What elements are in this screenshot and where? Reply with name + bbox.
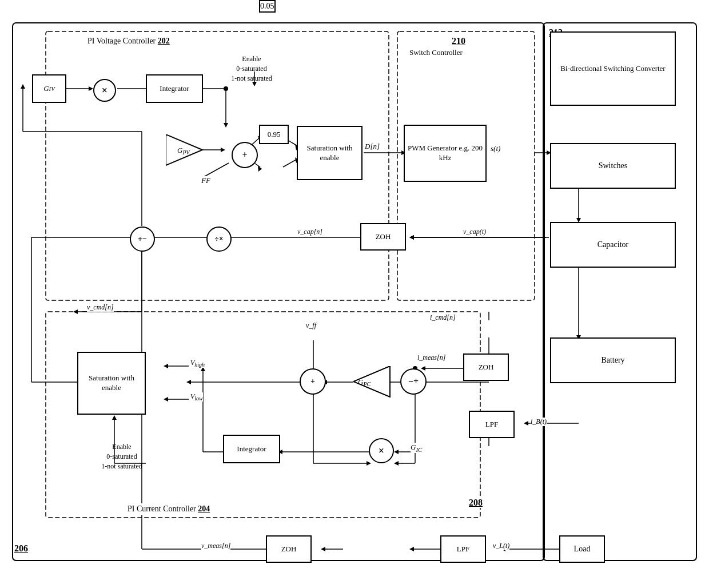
svg-marker-6 bbox=[89, 86, 93, 91]
v-high-label: Vhigh bbox=[190, 359, 205, 368]
v-cmd-n-label: v_cmd[n] bbox=[87, 303, 114, 312]
region-208-label: 208 bbox=[469, 498, 483, 508]
v-low-label: Vlow bbox=[190, 392, 203, 402]
d-n-label: D[n] bbox=[365, 142, 380, 151]
ff-label: FF bbox=[201, 176, 210, 185]
battery-block: Battery bbox=[550, 337, 676, 383]
bi-switching-block: Bi-directional Switching Converter bbox=[550, 31, 676, 106]
pwm-generator-label-external bbox=[435, 85, 441, 87]
g-ic-label: GIC bbox=[411, 443, 422, 453]
saturation-bottom-block: Saturation with enable bbox=[77, 352, 146, 415]
integrator-bottom-block: Integrator bbox=[223, 435, 280, 463]
svg-marker-61 bbox=[164, 397, 168, 402]
enable-text-bottom: Enable0-saturated1-not saturated bbox=[85, 442, 159, 471]
val-005-box: 0.05 bbox=[259, 0, 276, 13]
zoh-top-block: ZOH bbox=[360, 223, 406, 251]
sum-circle-bottom: + bbox=[300, 368, 326, 395]
svg-marker-85 bbox=[409, 547, 414, 551]
load-block: Load bbox=[559, 535, 605, 563]
svg-marker-31 bbox=[409, 235, 414, 240]
gain-giv-block: GIV bbox=[32, 74, 66, 103]
region-210-label: 210 bbox=[452, 36, 465, 46]
zoh-bottom-block: ZOH bbox=[266, 535, 312, 563]
switches-block: Switches bbox=[550, 143, 676, 189]
integrator-top-block: Integrator bbox=[146, 74, 203, 103]
svg-marker-75 bbox=[367, 461, 371, 466]
pi-voltage-label: PI Voltage Controller 202 bbox=[83, 35, 174, 47]
svg-marker-41 bbox=[73, 309, 78, 314]
saturation-top-block: Saturation with enable bbox=[297, 126, 363, 180]
multiplier-x-bottom: × bbox=[369, 438, 394, 463]
multiplier-x-top: × bbox=[93, 79, 116, 102]
v-cap-t-label: v_cap(t) bbox=[463, 228, 486, 236]
gain-gpv-block: GPV bbox=[166, 134, 206, 166]
sum-circle-left: +− bbox=[130, 227, 155, 252]
svg-rect-0 bbox=[13, 23, 544, 561]
capacitor-block: Capacitor bbox=[550, 222, 676, 268]
svg-marker-14 bbox=[221, 148, 225, 152]
enable-arrow-top bbox=[246, 71, 263, 89]
block-diagram: { "title": "Power Converter Block Diagra… bbox=[0, 0, 709, 588]
v-ff-label: v_ff bbox=[306, 321, 316, 330]
pi-current-label: PI Current Controller 204 bbox=[123, 503, 214, 515]
svg-point-10 bbox=[224, 86, 228, 91]
i-cmd-n-label: i_cmd[n] bbox=[430, 313, 456, 322]
v-meas-n-label: v_meas[n] bbox=[201, 542, 230, 550]
sum-circle-top: + bbox=[232, 142, 258, 168]
svg-marker-96 bbox=[409, 235, 414, 240]
v-l-t-label: v_L(t) bbox=[493, 542, 509, 550]
div-circle: ÷× bbox=[206, 227, 232, 252]
svg-marker-67 bbox=[394, 450, 399, 454]
v-cap-n-label: v_cap[n] bbox=[297, 228, 322, 236]
switch-controller-label: Switch Controller bbox=[406, 47, 466, 58]
svg-marker-105 bbox=[252, 82, 257, 86]
svg-line-15 bbox=[203, 163, 229, 177]
svg-marker-12 bbox=[224, 123, 228, 128]
pwm-generator-block: PWM Generator e.g. 200 kHz bbox=[404, 125, 487, 182]
zoh-right-block: ZOH bbox=[463, 353, 509, 381]
i-meas-n-label: i_meas[n] bbox=[417, 353, 445, 362]
minus-circle: −+ bbox=[400, 368, 427, 395]
svg-marker-99 bbox=[421, 366, 425, 371]
svg-rect-2 bbox=[46, 312, 480, 518]
s-t-label: s(t) bbox=[491, 144, 500, 153]
svg-marker-57 bbox=[186, 380, 191, 384]
lpf-top-block: LPF bbox=[469, 411, 515, 438]
region-206-label: 206 bbox=[14, 543, 28, 554]
val-095-box: 0.95 bbox=[259, 125, 289, 144]
svg-marker-59 bbox=[164, 364, 168, 368]
svg-marker-83 bbox=[321, 547, 325, 551]
svg-marker-38 bbox=[21, 84, 25, 89]
svg-marker-21 bbox=[258, 166, 262, 172]
svg-marker-49 bbox=[524, 421, 528, 426]
svg-marker-81 bbox=[112, 415, 117, 420]
i-b-t-label: i_B(t) bbox=[531, 418, 547, 426]
gain-gpc-block: GPC bbox=[353, 366, 393, 398]
svg-line-22 bbox=[283, 159, 297, 167]
lpf-bottom-block: LPF bbox=[440, 535, 486, 563]
svg-marker-78 bbox=[394, 461, 399, 466]
